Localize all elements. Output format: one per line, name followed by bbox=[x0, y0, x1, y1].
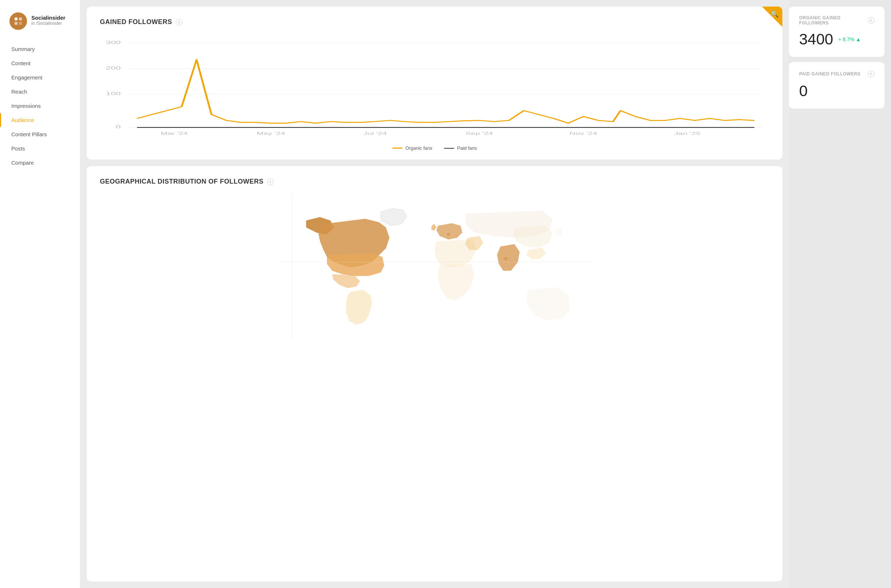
gained-followers-chart: 300 200 100 0 Mar '24 May '24 Jul '24 Se… bbox=[100, 36, 769, 138]
svg-rect-4 bbox=[19, 22, 22, 25]
right-panel: ORGANIC GAINED FOLLOWERS i 3400 + 8.7% ▲… bbox=[789, 0, 891, 588]
paid-info-icon[interactable]: i bbox=[868, 70, 874, 77]
content-area: 🔍 GAINED FOLLOWERS i 300 200 100 0 Mar '… bbox=[80, 0, 789, 588]
legend-organic: Organic fans bbox=[392, 146, 433, 151]
world-map bbox=[100, 193, 769, 339]
geo-distribution-card: GEOGRAPHICAL DISTRIBUTION OF FOLLOWERS i bbox=[87, 166, 782, 582]
organic-gained-card: ORGANIC GAINED FOLLOWERS i 3400 + 8.7% ▲ bbox=[789, 6, 885, 57]
organic-gained-value: 3400 + 8.7% ▲ bbox=[799, 31, 874, 48]
svg-point-24 bbox=[504, 257, 508, 261]
svg-text:Mar '24: Mar '24 bbox=[161, 131, 188, 136]
svg-text:100: 100 bbox=[106, 91, 121, 96]
brand-logo bbox=[9, 12, 27, 30]
sidebar-header: in Socialinsider in /Socialinsider bbox=[0, 0, 80, 39]
chart-info-icon[interactable]: i bbox=[176, 19, 182, 26]
sidebar-item-reach[interactable]: Reach bbox=[0, 85, 80, 98]
paid-legend-line bbox=[444, 148, 454, 148]
chart-title: GAINED FOLLOWERS i bbox=[100, 18, 769, 26]
organic-info-icon[interactable]: i bbox=[868, 17, 874, 24]
paid-gained-title: PAID GAINED FOLLOWERS i bbox=[799, 70, 874, 77]
up-arrow-icon: ▲ bbox=[856, 36, 861, 42]
main-panel: 🔍 GAINED FOLLOWERS i 300 200 100 0 Mar '… bbox=[80, 0, 789, 588]
svg-text:Jul '24: Jul '24 bbox=[364, 131, 387, 136]
svg-point-0 bbox=[9, 12, 27, 30]
sidebar-item-content-pillars[interactable]: Content Pillars bbox=[0, 128, 80, 141]
svg-text:200: 200 bbox=[106, 65, 121, 70]
svg-text:300: 300 bbox=[106, 40, 121, 45]
svg-text:Nov '24: Nov '24 bbox=[569, 131, 597, 136]
svg-text:May '24: May '24 bbox=[257, 131, 285, 136]
brand-info: Socialinsider in /Socialinsider bbox=[32, 15, 65, 26]
search-icon[interactable]: 🔍 bbox=[771, 10, 779, 18]
chart-legend: Organic fans Paid fans bbox=[100, 146, 769, 151]
sidebar-item-posts[interactable]: Posts bbox=[0, 142, 80, 155]
paid-gained-value: 0 bbox=[799, 82, 874, 100]
svg-rect-2 bbox=[19, 18, 22, 20]
svg-text:0: 0 bbox=[116, 124, 121, 129]
svg-rect-1 bbox=[15, 18, 18, 20]
world-map-svg bbox=[100, 193, 769, 339]
brand-name: Socialinsider bbox=[32, 15, 65, 21]
brand-handle: in /Socialinsider bbox=[32, 21, 65, 26]
sidebar: in Socialinsider in /Socialinsider Summa… bbox=[0, 0, 80, 588]
organic-gained-title: ORGANIC GAINED FOLLOWERS i bbox=[799, 15, 874, 26]
svg-rect-3 bbox=[15, 22, 18, 25]
svg-text:Sep '24: Sep '24 bbox=[466, 131, 493, 136]
sidebar-item-audience[interactable]: Audience bbox=[0, 113, 80, 127]
organic-legend-line bbox=[392, 147, 403, 148]
paid-gained-card: PAID GAINED FOLLOWERS i 0 bbox=[789, 62, 885, 109]
sidebar-item-engagement[interactable]: Engagement bbox=[0, 70, 80, 84]
map-info-icon[interactable]: i bbox=[267, 178, 274, 185]
sidebar-item-summary[interactable]: Summary bbox=[0, 42, 80, 56]
map-title: GEOGRAPHICAL DISTRIBUTION OF FOLLOWERS i bbox=[100, 178, 769, 185]
sidebar-item-compare[interactable]: Compare bbox=[0, 156, 80, 170]
sidebar-item-impressions[interactable]: Impressions bbox=[0, 99, 80, 112]
organic-change-badge: + 8.7% ▲ bbox=[838, 36, 861, 42]
svg-text:Jan '25: Jan '25 bbox=[675, 131, 701, 136]
legend-paid: Paid fans bbox=[444, 146, 477, 151]
gained-followers-card: 🔍 GAINED FOLLOWERS i 300 200 100 0 Mar '… bbox=[87, 6, 782, 160]
sidebar-nav: Summary Content Engagement Reach Impress… bbox=[0, 39, 80, 173]
sidebar-item-content[interactable]: Content bbox=[0, 57, 80, 70]
svg-point-23 bbox=[447, 233, 450, 236]
